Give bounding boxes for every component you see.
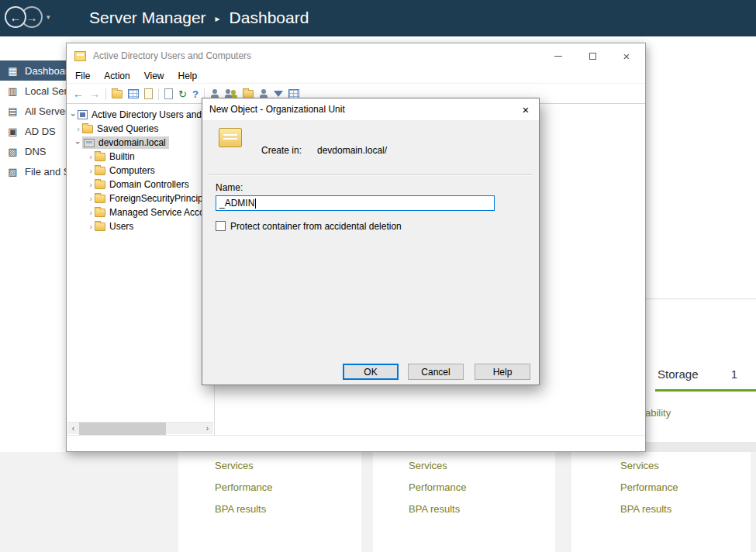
storage-tile: Storage 1 [646,36,756,442]
tree-item-label: Saved Queries [97,123,158,134]
tree-item-managed-service-accounts[interactable]: › Managed Service Accounts [67,205,213,219]
tile-link-performance[interactable]: Performance [620,477,751,499]
breadcrumb: Server Manager ▸ Dashboard [89,9,309,27]
dialog-title: New Object - Organizational Unit [209,104,345,115]
tile-link-bpa-results[interactable]: BPA results [409,499,555,520]
help-icon[interactable]: ? [192,89,198,99]
ou-name-input[interactable]: _ADMIN [216,195,495,211]
create-ou-icon[interactable] [243,90,254,98]
scroll-left-icon[interactable]: ‹ [67,423,79,435]
tile-link-bpa-results[interactable]: BPA results [215,499,361,520]
dashboard-tile-2: Services Performance BPA results [373,452,555,552]
tile-link-performance[interactable]: Performance [215,477,361,499]
folder-icon [95,223,105,231]
tree-item-users[interactable]: › Users [67,219,213,233]
tree-item-label: Domain Controllers [109,179,189,190]
protect-container-checkbox[interactable] [216,221,226,231]
tree-item-label: Managed Service Accounts [109,207,213,218]
properties-icon[interactable] [144,88,153,99]
chevron-right-icon[interactable]: › [74,124,82,133]
close-icon[interactable]: × [513,98,539,120]
new-object-dialog: New Object - Organizational Unit × Creat… [202,98,540,385]
ok-button[interactable]: OK [343,364,399,380]
create-in-value: devdomain.local/ [317,145,387,156]
folder-icon [95,195,105,203]
dns-icon: ▧ [7,146,19,157]
export-list-icon[interactable] [128,89,139,98]
scrollbar-thumb[interactable] [79,423,166,435]
tile-link-bpa-results[interactable]: BPA results [620,499,751,520]
chevron-right-icon[interactable]: › [87,222,95,231]
help-button[interactable]: Help [475,364,530,380]
tile-link-services[interactable]: Services [620,455,751,477]
breadcrumb-separator-icon: ▸ [216,13,220,24]
console-tree: › Active Directory Users and Computers ›… [67,108,213,421]
menu-help[interactable]: Help [171,71,205,81]
folder-icon [95,167,105,175]
toolbar-separator [158,88,159,100]
tile-link-services[interactable]: Services [409,455,555,477]
back-nav-icon[interactable]: ← [5,6,26,28]
back-icon[interactable]: ← [73,88,84,99]
maximize-icon[interactable] [575,43,609,68]
dashboard-tile-1: Services Performance BPA results [178,452,361,552]
folder-icon [95,209,105,217]
text-caret [255,198,256,209]
file-storage-icon: ▨ [7,166,19,178]
forward-icon[interactable]: → [89,88,100,99]
dialog-titlebar[interactable]: New Object - Organizational Unit × [202,98,539,120]
storage-tile-accent-bar [655,389,756,392]
dashboard-tile-3: Services Performance BPA results [571,452,751,552]
aduc-root-icon [78,110,88,119]
folder-icon [82,125,93,133]
folder-icon [95,181,105,189]
minimize-icon[interactable] [541,43,575,68]
dashboard-icon: ▦ [7,65,19,77]
chevron-right-icon[interactable]: › [87,208,95,217]
all-servers-icon: ▤ [7,105,19,117]
selected-tree-item: devdomain.local [82,136,169,149]
set-filter-icon[interactable] [274,91,283,97]
aduc-titlebar[interactable]: Active Directory Users and Computers × [67,43,645,68]
tree-item-devdomain[interactable]: › devdomain.local [67,136,213,150]
chevron-right-icon[interactable]: › [87,166,95,175]
tree-item-saved-queries[interactable]: › Saved Queries [67,122,213,136]
menu-view[interactable]: View [137,71,171,81]
storage-tile-count: 1 [731,367,737,381]
menu-action[interactable]: Action [97,71,136,81]
chevron-right-icon[interactable]: › [87,180,95,189]
tile-footer-band [646,442,756,452]
tree-item-foreign-security-principals[interactable]: › ForeignSecurityPrincipals [67,191,213,205]
scroll-right-icon[interactable]: › [202,423,213,435]
tree-root[interactable]: › Active Directory Users and Computers [67,108,213,122]
tree-item-label: Computers [109,165,155,176]
tile-link-performance[interactable]: Performance [409,477,555,499]
tree-item-builtin[interactable]: › Builtin [67,150,213,164]
tree-item-domain-controllers[interactable]: › Domain Controllers [67,178,213,191]
server-manager-header: ← → ▾ Server Manager ▸ Dashboard [0,0,756,36]
create-in-label: Create in: [261,145,302,156]
chevron-down-icon[interactable]: › [74,139,83,147]
organizational-unit-icon [219,128,242,147]
dropdown-caret-icon[interactable]: ▾ [47,13,50,21]
domain-icon [84,139,95,147]
aduc-window-title: Active Directory Users and Computers [93,50,251,61]
tree-item-computers[interactable]: › Computers [67,164,213,178]
up-one-level-icon[interactable] [112,90,123,98]
tile-link-services[interactable]: Services [215,455,361,477]
chevron-right-icon[interactable]: › [87,194,95,203]
cancel-button[interactable]: Cancel [408,364,464,380]
aduc-app-icon [74,51,86,61]
tree-item-label: ForeignSecurityPrincipals [109,193,213,204]
window-footer-divider [67,435,645,436]
refresh-icon[interactable]: ↻ [178,89,187,99]
screen: Storage 1 Manageability Services Perform… [0,0,756,552]
tree-item-label: Active Directory Users and Computers [91,109,213,120]
tree-horizontal-scrollbar[interactable]: ‹ › [67,422,213,434]
menu-file[interactable]: File [68,71,97,81]
close-icon[interactable]: × [609,43,644,68]
chevron-right-icon[interactable]: › [87,152,95,161]
sidebar-item-label: AD DS [25,126,56,137]
document-icon[interactable] [164,88,173,99]
protect-container-label: Protect container from accidental deleti… [230,221,402,232]
